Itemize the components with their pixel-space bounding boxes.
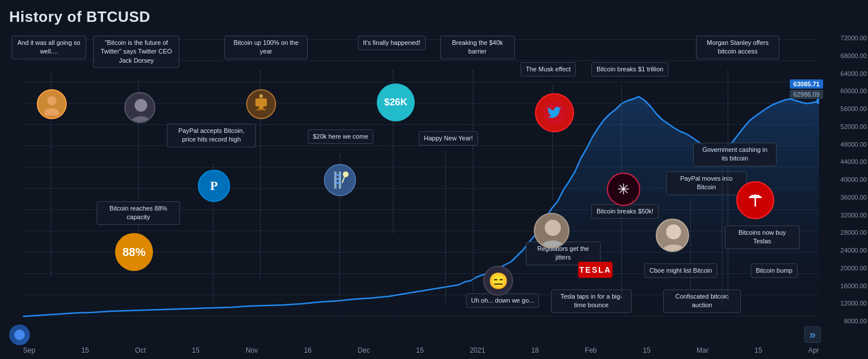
annotation-a11: The Musk effect xyxy=(521,62,576,77)
annotation-a15: Bitcoin breaks $50k! xyxy=(591,204,659,219)
annotation-a18: Confiscated bitcoin auction xyxy=(663,289,741,313)
svg-rect-9 xyxy=(339,171,341,189)
icon-sad: 😑 xyxy=(483,266,513,296)
annotation-a4: PayPal accepts Bitcoin, price hits recor… xyxy=(167,124,256,147)
x-label-2021: 2021 xyxy=(470,346,485,354)
svg-rect-6 xyxy=(259,106,263,109)
annotation-a20: Government cashing in its bitcoin xyxy=(693,143,777,166)
annotation-a3: Bitcoin up 100% on the year xyxy=(224,36,308,59)
btc-bottom-icon xyxy=(9,324,30,345)
y-label-24k: 24000.00 xyxy=(840,247,867,254)
chart-title: History of BTCUSD xyxy=(9,8,150,26)
svg-rect-10 xyxy=(334,171,337,189)
annotation-a2-text: "Bitcoin is the future of Twitter" says … xyxy=(101,39,172,64)
vline-a20 xyxy=(722,170,722,305)
annotation-a5: Bitcoin reaches 88% capacity xyxy=(97,201,180,225)
icon-a2 xyxy=(124,92,155,123)
annotation-a6-text: $20k here we come xyxy=(313,133,368,140)
y-label-28k: 28000.00 xyxy=(840,229,867,236)
annotation-a13-text: Tesla taps in for a big-time bounce xyxy=(560,293,622,308)
annotation-a7-text: It's finally happened! xyxy=(363,39,420,46)
svg-point-8 xyxy=(259,94,263,98)
annotation-a20-text: Government cashing in its bitcoin xyxy=(702,146,767,162)
y-label-64k: 64000.00 xyxy=(840,70,867,77)
svg-point-17 xyxy=(545,220,561,236)
nav-right-button[interactable]: » xyxy=(804,326,821,343)
annotation-a2: "Bitcoin is the future of Twitter" says … xyxy=(93,36,179,68)
x-axis: Sep 15 Oct 15 Nov 16 Dec 15 2021 18 Feb … xyxy=(23,346,819,354)
x-label-nov: Nov xyxy=(246,346,258,354)
svg-point-19 xyxy=(666,224,681,239)
svg-rect-13 xyxy=(334,182,341,184)
y-label-48k: 48000.00 xyxy=(840,141,867,148)
icon-paypal: P xyxy=(198,170,230,202)
annotation-a8: Breaking the $40k barrier xyxy=(440,36,515,59)
icon-a1 xyxy=(37,89,67,119)
x-label-15b: 15 xyxy=(192,346,200,354)
x-label-15c: 15 xyxy=(416,346,423,354)
icon-a3 xyxy=(246,89,276,119)
y-label-32k: 32000.00 xyxy=(840,212,867,219)
x-label-15d: 15 xyxy=(643,346,651,354)
y-label-40k: 40000.00 xyxy=(840,176,867,183)
y-label-44k: 44000.00 xyxy=(840,158,867,165)
annotation-a17-text: Cboe might list Bitcoin xyxy=(649,267,712,274)
annotation-a3-text: Bitcoin up 100% on the year xyxy=(234,39,299,55)
svg-point-2 xyxy=(44,108,59,116)
icon-50k: ✳ xyxy=(607,173,640,206)
y-label-68k: 68000.00 xyxy=(840,52,867,59)
svg-point-1 xyxy=(47,96,56,105)
annotation-a1: And it was all going so well.... xyxy=(12,36,86,59)
y-label-16k: 16000.00 xyxy=(840,282,867,289)
y-label-52k: 52000.00 xyxy=(840,123,867,130)
annotation-a16-text: PayPal moves into Bitcoin xyxy=(680,175,732,190)
y-axis: 72000.00 68000.00 64000.00 60000.00 5600… xyxy=(824,35,867,324)
annotation-a14: Bitcoin breaks $1 trillion xyxy=(591,62,668,77)
annotation-a15-text: Bitcoin breaks $50k! xyxy=(596,208,653,215)
svg-rect-11 xyxy=(334,174,341,175)
annotation-a16: PayPal moves into Bitcoin xyxy=(666,171,747,195)
y-label-8k: 8000.00 xyxy=(844,318,867,324)
annotation-a6: $20k here we come xyxy=(308,129,373,144)
annotation-a22: Bitcoin bump xyxy=(751,263,798,278)
svg-line-15 xyxy=(342,177,345,183)
svg-point-14 xyxy=(343,171,349,177)
icon-paypal-person xyxy=(656,219,689,252)
icon-88pct: 88% xyxy=(115,233,153,271)
y-label-20k: 20000.00 xyxy=(840,265,867,272)
chart-container: History of BTCUSD 72000.00 68000.00 6400… xyxy=(0,0,868,359)
annotation-a13: Tesla taps in for a big-time bounce xyxy=(551,289,632,313)
annotation-a11-text: The Musk effect xyxy=(526,66,571,72)
annotation-a17: Cboe might list Bitcoin xyxy=(644,263,717,278)
annotation-a10: Uh oh... down we go... xyxy=(466,293,539,308)
annotation-a9-text: Happy New Year! xyxy=(424,135,473,142)
x-label-16: 16 xyxy=(304,346,311,354)
y-label-60k: 60000.00 xyxy=(840,87,867,94)
y-label-36k: 36000.00 xyxy=(840,194,867,201)
svg-rect-5 xyxy=(255,98,267,106)
annotation-a9: Happy New Year! xyxy=(419,131,478,146)
vline-a19 xyxy=(728,70,728,300)
x-label-dec: Dec xyxy=(358,346,370,354)
icon-a6 xyxy=(324,164,356,196)
annotation-a14-text: Bitcoin breaks $1 trillion xyxy=(596,66,663,72)
y-label-12k: 12000.00 xyxy=(840,300,867,307)
annotation-a19-text: Morgan Stanley offers bitcoin access xyxy=(707,39,768,55)
x-label-15e: 15 xyxy=(755,346,762,354)
x-label-18: 18 xyxy=(531,346,538,354)
y-label-56k: 56000.00 xyxy=(840,105,867,112)
annotation-a1-text: And it was all going so well.... xyxy=(17,39,80,55)
icon-twitter xyxy=(535,93,574,132)
y-label-72k: 72000.00 xyxy=(840,35,867,41)
annotation-a22-text: Bitcoin bump xyxy=(756,267,793,274)
annotation-a4-text: PayPal accepts Bitcoin, price hits recor… xyxy=(178,127,244,143)
icon-tesla-a13: TESLA xyxy=(578,262,613,278)
x-label-oct: Oct xyxy=(135,346,146,354)
x-label-15a: 15 xyxy=(81,346,89,354)
annotation-a7: It's finally happened! xyxy=(358,36,426,50)
icon-regulators xyxy=(534,213,569,249)
annotation-a19: Morgan Stanley offers bitcoin access xyxy=(696,36,779,59)
annotation-a5-text: Bitcoin reaches 88% capacity xyxy=(109,205,167,220)
annotation-a10-text: Uh oh... down we go... xyxy=(471,297,534,304)
x-label-mar: Mar xyxy=(697,346,709,354)
